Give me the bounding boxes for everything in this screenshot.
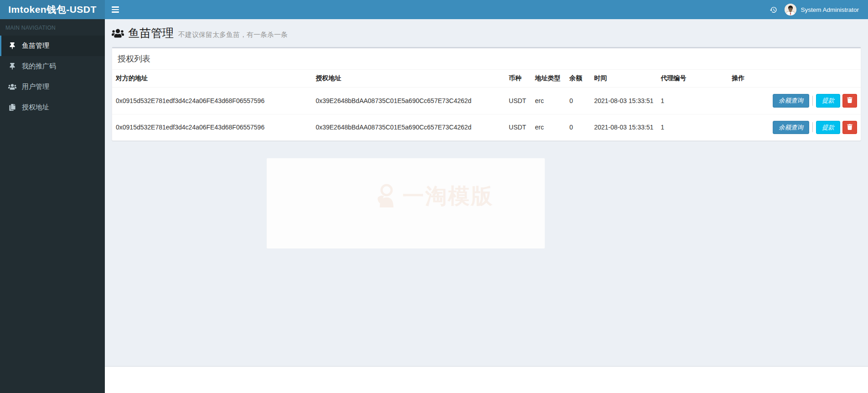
address-type: erc: [532, 88, 566, 114]
col-agent-no: 代理编号: [657, 70, 728, 88]
hamburger-icon: [112, 6, 119, 8]
watermark-text: 一淘模版: [403, 182, 494, 211]
page-subtitle: 不建议保留太多鱼苗，有一条杀一条: [178, 31, 288, 39]
col-actions: 操作: [728, 70, 861, 88]
thumbtack-icon: [7, 42, 18, 49]
withdraw-button[interactable]: 提款: [816, 94, 840, 108]
col-coin: 币种: [505, 70, 531, 88]
page-footer: [105, 366, 868, 393]
sidebar: MAIN NAVIGATION 鱼苗管理 我的推广码 用户管理 授权地址: [0, 19, 105, 393]
delete-button[interactable]: [842, 121, 857, 134]
auth-list-panel: 授权列表 对方的地址 授权地址 币种 地址类型 余额 时间 代理编号 操作: [112, 47, 861, 141]
agent-no: 1: [657, 114, 728, 140]
action-divider: [812, 96, 813, 106]
balance: 0: [566, 114, 590, 140]
users-icon: [112, 28, 124, 40]
delete-button[interactable]: [842, 94, 857, 108]
peer-address: 0x0915d532E781edf3d4c24a06FE43d68F065575…: [112, 88, 312, 114]
brand-logo[interactable]: Imtoken钱包-USDT: [0, 0, 105, 19]
col-balance: 余额: [566, 70, 590, 88]
sidebar-section-label: MAIN NAVIGATION: [0, 19, 105, 36]
sidebar-item-label: 用户管理: [22, 83, 49, 91]
time: 2021-08-03 15:33:51: [590, 114, 657, 140]
sidebar-item-promo-code[interactable]: 我的推广码: [0, 56, 105, 77]
user-menu[interactable]: System Administrator: [782, 0, 862, 19]
address-type: erc: [532, 114, 566, 140]
history-icon: [770, 6, 777, 14]
sidebar-item-user-manage[interactable]: 用户管理: [0, 77, 105, 97]
page-header: 鱼苗管理 不建议保留太多鱼苗，有一条杀一条: [105, 19, 868, 44]
watermark-panel: 一淘模版: [267, 158, 545, 248]
balance-query-button[interactable]: 余额查询: [773, 94, 809, 108]
balance-query-button[interactable]: 余额查询: [773, 121, 809, 134]
auth-address: 0x39E2648bBdAA08735C01E5a690Cc657E73C426…: [312, 114, 505, 140]
sidebar-item-fish-manage[interactable]: 鱼苗管理: [0, 36, 105, 56]
sidebar-item-label: 授权地址: [22, 103, 49, 112]
top-navbar: Imtoken钱包-USDT: [0, 0, 868, 19]
col-address-type: 地址类型: [532, 70, 566, 88]
balance: 0: [566, 88, 590, 114]
avatar: [785, 4, 796, 16]
col-peer-address: 对方的地址: [112, 70, 312, 88]
sidebar-item-label: 鱼苗管理: [22, 41, 49, 50]
trash-icon: [847, 124, 852, 130]
peer-address: 0x0915d532E781edf3d4c24a06FE43d68F065575…: [112, 114, 312, 140]
coin: USDT: [505, 88, 531, 114]
action-divider: [812, 122, 813, 132]
col-time: 时间: [590, 70, 657, 88]
page-title: 鱼苗管理: [128, 26, 174, 41]
coin: USDT: [505, 114, 531, 140]
trash-icon: [847, 97, 852, 103]
sidebar-item-label: 我的推广码: [22, 62, 56, 71]
withdraw-button[interactable]: 提款: [816, 121, 840, 134]
auth-table: 对方的地址 授权地址 币种 地址类型 余额 时间 代理编号 操作 0x0915d…: [112, 70, 861, 140]
history-button[interactable]: [765, 0, 782, 19]
user-name: System Administrator: [801, 6, 859, 13]
col-auth-address: 授权地址: [312, 70, 505, 88]
agent-no: 1: [657, 88, 728, 114]
table-header-row: 对方的地址 授权地址 币种 地址类型 余额 时间 代理编号 操作: [112, 70, 861, 88]
watermark-logo-icon: [375, 184, 398, 209]
panel-title: 授权列表: [112, 48, 861, 70]
auth-address: 0x39E2648bBdAA08735C01E5a690Cc657E73C426…: [312, 88, 505, 114]
sidebar-toggle-button[interactable]: [105, 0, 126, 19]
time: 2021-08-03 15:33:51: [590, 88, 657, 114]
copy-icon: [7, 104, 18, 111]
sidebar-item-auth-address[interactable]: 授权地址: [0, 97, 105, 118]
thumbtack-icon: [7, 63, 18, 70]
table-row: 0x0915d532E781edf3d4c24a06FE43d68F065575…: [112, 114, 861, 140]
users-icon: [7, 83, 18, 90]
table-row: 0x0915d532E781edf3d4c24a06FE43d68F065575…: [112, 88, 861, 114]
